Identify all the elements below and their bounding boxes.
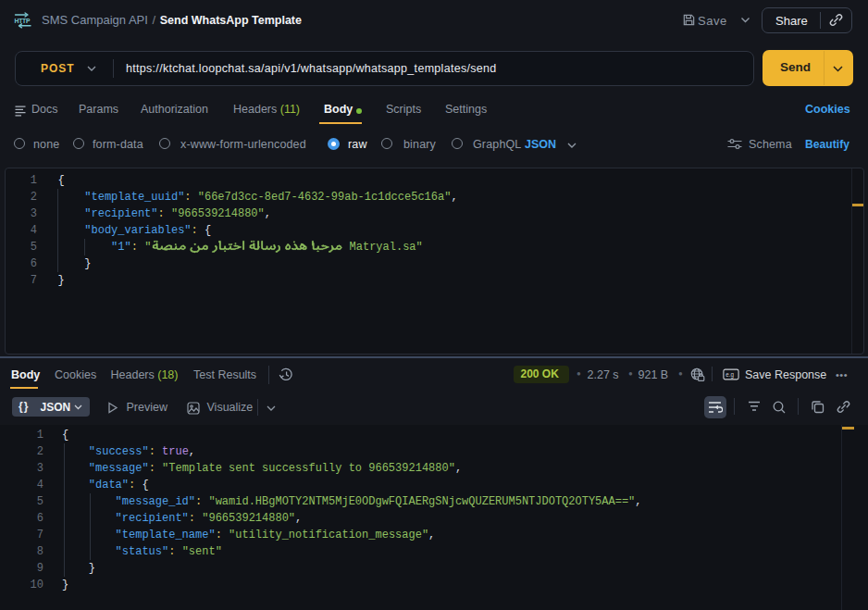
svg-text:e.g: e.g xyxy=(725,371,734,379)
svg-text:HTTP: HTTP xyxy=(15,18,31,24)
